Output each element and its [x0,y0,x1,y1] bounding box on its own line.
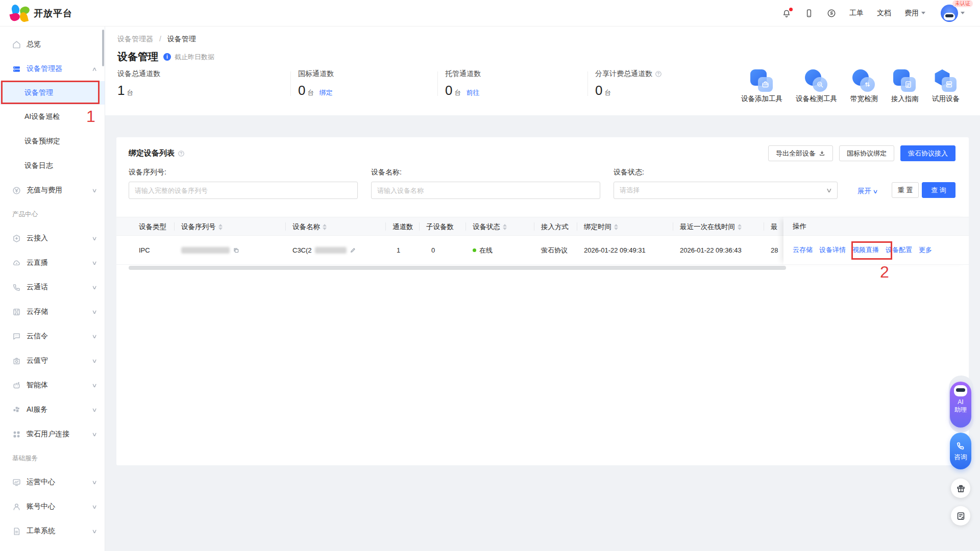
chevron-down-icon: ∨ [91,284,97,291]
agent-icon [12,381,21,390]
sidebar-item-云信令[interactable]: 云信令∨ [0,324,105,348]
stat-link-绑定[interactable]: 绑定 [319,88,332,97]
action-column-header: 操作 [783,217,969,236]
status-filter-label: 设备状态: [614,168,838,177]
chevron-down-icon: ∨ [91,528,97,535]
ops-center-icon [12,478,21,487]
tool-试用设备[interactable]: 试用设备 [932,69,960,104]
bound-device-list-card: 绑定设备列表 导出全部设备 国标协议绑定 萤石协议接入 设备序列号: 设备名称: [116,137,969,465]
action-设备配置[interactable]: 设备配置 [886,245,912,255]
chevron-down-icon: ∨ [91,431,97,438]
sidebar-item-总览[interactable]: 总览 [0,32,105,57]
annotation-step1-label: 1 [86,107,95,126]
query-button[interactable]: 查 询 [922,182,955,198]
download-icon [819,150,825,157]
nav-docs-link[interactable]: 文档 [877,9,891,18]
gb-protocol-bind-button[interactable]: 国标协议绑定 [839,145,894,161]
sort-icon[interactable] [503,224,507,230]
filter-bar: 设备序列号: 设备名称: 设备状态: 请选择 ∨ 展开∨ 重 置 查 询 [116,168,969,209]
chevron-down-icon: ∨ [91,187,97,194]
device-name-input[interactable] [371,182,600,199]
ai-assistant-button[interactable]: AI助理 [950,382,971,428]
sidebar-item-工单系统[interactable]: 工单系统∨ [0,519,105,543]
top-header: 开放平台 工单 文档 费用 未认证 [0,0,980,27]
stat-divider [587,71,588,96]
cell-last-online: 2026-01-22 09:36:43 [680,236,742,265]
cell-device-type: IPC [139,236,150,265]
masked-serial [181,247,230,254]
sidebar-scrollbar[interactable] [102,30,104,66]
column-header-设备类型: 设备类型 [139,217,166,236]
horizontal-scrollbar[interactable] [129,266,786,270]
service-icon[interactable] [827,9,836,18]
table-fixed-action-column: 操作 云存储设备详情视频直播设备配置更多 [783,217,969,265]
stat-link-前往[interactable]: 前往 [466,88,479,97]
device-status-select[interactable]: 请选择 ∨ [614,182,838,199]
sidebar-item-设备日志[interactable]: 设备日志 [0,154,105,178]
breadcrumb-parent[interactable]: 设备管理器 [117,35,153,43]
sidebar-item-云通话[interactable]: 云通话∨ [0,275,105,299]
cloud-live-icon [12,259,21,267]
sidebar-item-运营中心[interactable]: 运营中心∨ [0,470,105,494]
chevron-down-icon: ∨ [91,309,97,315]
user-menu[interactable]: 未认证 [941,5,965,22]
help-icon[interactable] [178,150,185,157]
sidebar-item-账号中心[interactable]: 账号中心∨ [0,494,105,519]
reset-button[interactable]: 重 置 [892,182,919,198]
action-云存储[interactable]: 云存储 [793,245,813,255]
sidebar-item-智能体[interactable]: 智能体∨ [0,373,105,397]
sidebar-item-云接入[interactable]: 云接入∨ [0,226,105,251]
column-header-接入方式: 接入方式 [541,217,569,236]
note-icon [956,511,966,521]
stat-国标通道数: 国标通道数0台绑定 [298,69,334,98]
nav-ticket-link[interactable]: 工单 [849,9,864,18]
export-all-devices-button[interactable]: 导出全部设备 [768,145,833,161]
page: 开放平台 工单 文档 费用 未认证 总览设备管理器∧设备管理AI设备巡检设备预绑… [0,0,980,551]
sidebar-item-云直播[interactable]: 云直播∨ [0,251,105,275]
sidebar-item-设备管理器[interactable]: 设备管理器∧ [0,57,105,81]
sidebar-item-设备管理[interactable]: 设备管理 [0,81,105,105]
sidebar-item-充值与费用[interactable]: 充值与费用∨ [0,178,105,203]
ezviz-protocol-access-button[interactable]: 萤石协议接入 [900,145,955,161]
tool-带宽检测[interactable]: 带宽检测 [850,69,878,104]
feedback-button[interactable] [951,506,970,525]
cloud-guard-icon [12,357,21,365]
edit-pencil-icon[interactable] [350,247,356,254]
sidebar-item-萤石用户连接[interactable]: 萤石用户连接∨ [0,422,105,446]
tool-设备检测工具[interactable]: 设备检测工具 [796,69,837,104]
gift-button[interactable] [951,479,970,498]
action-设备详情[interactable]: 设备详情 [819,245,846,255]
sort-icon[interactable] [614,224,618,230]
breadcrumb: 设备管理器 / 设备管理 [117,35,196,44]
ezviz-connect-icon [12,430,21,439]
column-header-通道数: 通道数 [393,217,413,236]
sort-icon[interactable] [323,224,327,230]
stats-row: 设备总通道数1台国标通道数0台绑定托管通道数0台前往分享计费总通道数0台 [105,69,745,105]
consult-button[interactable]: 咨询 [950,433,971,469]
platform-logo-icon [11,5,29,22]
sort-icon[interactable] [218,224,223,230]
tool-设备添加工具[interactable]: 设备添加工具 [741,69,782,104]
action-视频直播[interactable]: 视频直播 [852,245,879,255]
action-更多[interactable]: 更多 [919,245,932,255]
serial-input[interactable] [129,182,358,199]
sidebar-item-AI服务[interactable]: AI服务∨ [0,397,105,422]
online-status-dot [473,248,476,252]
avatar[interactable] [941,5,958,22]
sort-icon[interactable] [738,224,742,230]
mobile-app-icon[interactable] [804,9,814,18]
tool-接入指南[interactable]: 接入指南 [891,69,919,104]
expand-filters-link[interactable]: 展开∨ [857,187,877,196]
copy-icon[interactable] [233,247,239,254]
chevron-down-icon: ∨ [91,235,97,242]
notification-bell-icon[interactable] [782,9,791,18]
stat-value: 1 [117,83,125,98]
main-content: 设备管理器 / 设备管理 设备管理 i 截止昨日数据 设备总通道数1台国标通道数… [105,27,980,551]
help-icon[interactable] [655,70,662,78]
sidebar-item-设备预绑定[interactable]: 设备预绑定 [0,129,105,154]
brand[interactable]: 开放平台 [11,5,72,22]
sidebar-item-云值守[interactable]: 云值守∨ [0,348,105,373]
column-header-设备名称: 设备名称 [292,217,327,236]
sidebar-item-云存储[interactable]: 云存储∨ [0,299,105,324]
nav-billing-dropdown[interactable]: 费用 [904,9,925,18]
